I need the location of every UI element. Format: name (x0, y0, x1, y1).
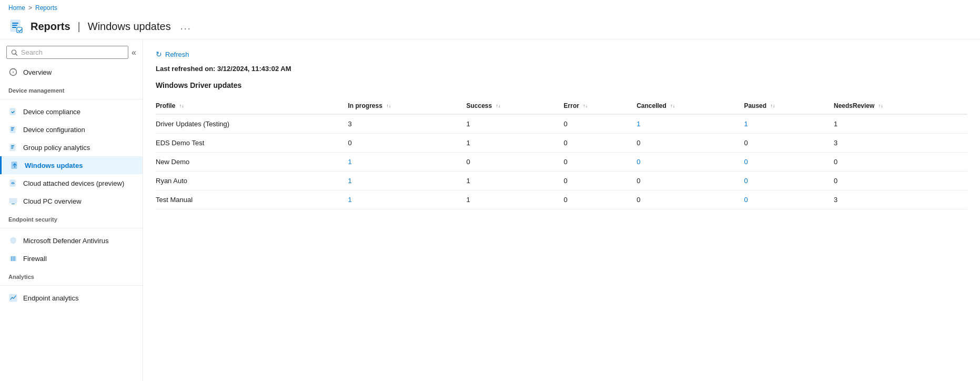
sidebar-item-firewall[interactable]: Firewall (0, 249, 143, 267)
cell-success: 1 (467, 134, 564, 153)
sidebar-item-cloud-attached[interactable]: Cloud attached devices (preview) (0, 174, 143, 192)
paused-sort-icon: ↑↓ (770, 104, 775, 108)
success-sort-icon: ↑↓ (496, 104, 501, 108)
table-header-row: Profile ↑↓ In progress ↑↓ Success ↑↓ Err… (156, 98, 967, 114)
cell-paused[interactable]: 0 (744, 190, 834, 209)
cloud-pc-icon (8, 196, 18, 206)
table-row: EDS Demo Test010003 (156, 134, 967, 153)
cell-in_progress: 3 (348, 114, 466, 134)
sidebar-item-endpoint-analytics[interactable]: Endpoint analytics (0, 289, 143, 307)
cell-success: 1 (467, 172, 564, 190)
defender-label: Microsoft Defender Antivirus (23, 237, 109, 245)
breadcrumb-current: Reports (35, 4, 57, 12)
refresh-button[interactable]: ↻ Refresh (156, 48, 189, 61)
windows-updates-icon (10, 161, 19, 170)
header-title: Reports (31, 21, 70, 33)
svg-rect-21 (12, 204, 15, 204)
endpoint-analytics-icon (8, 293, 18, 303)
svg-rect-12 (11, 129, 14, 129)
cell-paused[interactable]: 0 (744, 172, 834, 190)
sidebar-item-device-configuration[interactable]: Device configuration (0, 121, 143, 138)
cell-in_progress[interactable]: 1 (348, 172, 466, 190)
overview-label: Overview (23, 68, 52, 76)
cloud-attached-icon (8, 178, 18, 188)
profile-sort-icon: ↑↓ (179, 104, 184, 108)
group-policy-label: Group policy analytics (23, 144, 90, 152)
sidebar: « Overview Device management Device co (0, 39, 143, 381)
cell-profile: Driver Updates (Testing) (156, 114, 348, 134)
cell-needs_review: 0 (834, 153, 967, 172)
svg-rect-19 (10, 180, 15, 187)
svg-rect-17 (11, 148, 13, 148)
reports-icon (8, 18, 25, 35)
sidebar-item-defender[interactable]: Microsoft Defender Antivirus (0, 232, 143, 249)
col-cancelled[interactable]: Cancelled ↑↓ (637, 98, 744, 114)
search-input[interactable] (21, 48, 124, 56)
cell-cancelled[interactable]: 1 (637, 114, 744, 134)
cell-profile: Test Manual (156, 190, 348, 209)
cloud-attached-label: Cloud attached devices (preview) (23, 179, 124, 187)
breadcrumb-home[interactable]: Home (8, 4, 25, 12)
svg-rect-9 (10, 108, 15, 115)
cell-paused[interactable]: 1 (744, 114, 834, 134)
sidebar-item-device-compliance[interactable]: Device compliance (0, 103, 143, 121)
device-compliance-label: Device compliance (23, 108, 80, 116)
col-error[interactable]: Error ↑↓ (564, 98, 637, 114)
svg-point-8 (13, 72, 14, 73)
cell-needs_review: 3 (834, 190, 967, 209)
device-compliance-icon (8, 107, 18, 116)
refresh-icon: ↻ (156, 50, 162, 58)
sidebar-search-box[interactable] (6, 46, 128, 59)
svg-rect-10 (10, 126, 15, 133)
firewall-icon (8, 254, 18, 263)
svg-rect-13 (11, 130, 13, 131)
collapse-sidebar-button[interactable]: « (132, 48, 136, 57)
col-in-progress[interactable]: In progress ↑↓ (348, 98, 466, 114)
cell-in_progress[interactable]: 1 (348, 190, 466, 209)
cell-paused: 0 (744, 134, 834, 153)
table-row: Test Manual110003 (156, 190, 967, 209)
analytics-section: Analytics (0, 267, 143, 282)
last-refreshed-text: Last refreshed on: 3/12/2024, 11:43:02 A… (156, 65, 967, 73)
table-row: New Demo100000 (156, 153, 967, 172)
cell-cancelled[interactable]: 0 (637, 153, 744, 172)
needs-review-sort-icon: ↑↓ (878, 104, 883, 108)
cell-in_progress[interactable]: 1 (348, 153, 466, 172)
windows-driver-updates-table: Profile ↑↓ In progress ↑↓ Success ↑↓ Err… (156, 98, 967, 209)
cell-paused[interactable]: 0 (744, 153, 834, 172)
windows-updates-label: Windows updates (25, 162, 83, 169)
svg-line-6 (16, 54, 17, 55)
breadcrumb-separator: > (28, 4, 32, 12)
col-paused[interactable]: Paused ↑↓ (744, 98, 834, 114)
sidebar-item-cloud-pc[interactable]: Cloud PC overview (0, 192, 143, 210)
svg-rect-2 (12, 25, 17, 26)
col-profile[interactable]: Profile ↑↓ (156, 98, 348, 114)
svg-rect-11 (11, 127, 14, 128)
device-management-section: Device management (0, 81, 143, 96)
breadcrumb: Home > Reports (0, 0, 980, 16)
endpoint-analytics-label: Endpoint analytics (23, 294, 79, 302)
section-title: Windows Driver updates (156, 81, 967, 89)
svg-rect-16 (11, 147, 14, 147)
header-subtitle: Windows updates (88, 21, 171, 33)
cell-cancelled: 0 (637, 134, 744, 153)
group-policy-icon (8, 143, 18, 152)
cell-error: 0 (564, 153, 637, 172)
table-row: Ryan Auto110000 (156, 172, 967, 190)
cancelled-sort-icon: ↑↓ (670, 104, 675, 108)
cell-error: 0 (564, 114, 637, 134)
sidebar-item-windows-updates[interactable]: Windows updates (0, 156, 143, 174)
cell-success: 0 (467, 153, 564, 172)
device-configuration-label: Device configuration (23, 126, 85, 134)
cell-needs_review: 1 (834, 114, 967, 134)
col-success[interactable]: Success ↑↓ (467, 98, 564, 114)
header-more-button[interactable]: ... (180, 21, 191, 32)
refresh-label: Refresh (165, 51, 189, 58)
cell-needs_review: 0 (834, 172, 967, 190)
sidebar-item-overview[interactable]: Overview (0, 63, 143, 81)
cell-profile: New Demo (156, 153, 348, 172)
cell-cancelled: 0 (637, 172, 744, 190)
svg-rect-20 (9, 198, 17, 203)
sidebar-item-group-policy[interactable]: Group policy analytics (0, 138, 143, 156)
col-needs-review[interactable]: NeedsReview ↑↓ (834, 98, 967, 114)
